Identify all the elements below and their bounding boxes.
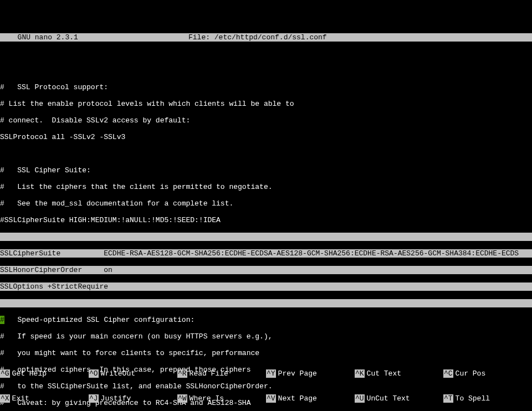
title-bar: GNU nano 2.3.1 File: /etc/httpd/conf.d/s… xyxy=(0,33,532,42)
shortcut-writeout[interactable]: ^OWriteOut xyxy=(89,369,177,378)
shortcut-prev-page[interactable]: ^YPrev Page xyxy=(266,369,355,378)
shortcut-next-page[interactable]: ^VNext Page xyxy=(266,394,355,403)
selected-line: SSLHonorCipherOrder on xyxy=(0,266,532,274)
text-line: # List the ciphers that the client is pe… xyxy=(0,183,532,191)
app-name: GNU nano 2.3.1 xyxy=(0,33,188,42)
cursor-line: # Speed-optimized SSL Cipher configurati… xyxy=(0,316,532,324)
shortcut-uncut-text[interactable]: ^UUnCut Text xyxy=(355,394,443,403)
shortcut-cut-text[interactable]: ^KCut Text xyxy=(355,369,443,378)
text-line: # SSL Cipher Suite: xyxy=(0,166,532,174)
file-path: File: /etc/httpd/conf.d/ssl.conf xyxy=(188,33,532,42)
selected-line: SSLCipherSuite ECDHE-RSA-AES128-GCM-SHA2… xyxy=(0,249,532,258)
shortcut-where-is[interactable]: ^WWhere Is xyxy=(177,394,266,403)
shortcut-row-1: ^GGet Help ^OWriteOut ^RRead File ^YPrev… xyxy=(0,369,532,378)
shortcut-get-help[interactable]: ^GGet Help xyxy=(0,369,89,378)
text-line: # See the mod_ssl documentation for a co… xyxy=(0,199,532,208)
shortcut-read-file[interactable]: ^RRead File xyxy=(177,369,266,378)
shortcut-to-spell[interactable]: ^TTo Spell xyxy=(443,394,532,403)
shortcut-exit[interactable]: ^XExit xyxy=(0,394,89,403)
text-line: # If speed is your main concern (on busy… xyxy=(0,332,532,341)
selected-line: SSLOptions +StrictRequire xyxy=(0,282,532,291)
shortcut-cur-pos[interactable]: ^CCur Pos xyxy=(443,369,532,378)
text-line: SSLProtocol all -SSLv2 -SSLv3 xyxy=(0,133,532,141)
shortcut-row-2: ^XExit ^JJustify ^WWhere Is ^VNext Page … xyxy=(0,394,532,403)
selected-blank xyxy=(0,233,532,241)
shortcut-bar: ^GGet Help ^OWriteOut ^RRead File ^YPrev… xyxy=(0,353,532,411)
text-line: #SSLCipherSuite HIGH:MEDIUM:!aNULL:!MD5:… xyxy=(0,216,532,224)
cursor: # xyxy=(0,316,4,324)
text-line: # List the enable protocol levels with w… xyxy=(0,100,532,108)
selected-blank xyxy=(0,299,532,307)
text-line: # connect. Disable SSLv2 access by defau… xyxy=(0,116,532,125)
shortcut-justify[interactable]: ^JJustify xyxy=(89,394,177,403)
text-line: # SSL Protocol support: xyxy=(0,83,532,91)
